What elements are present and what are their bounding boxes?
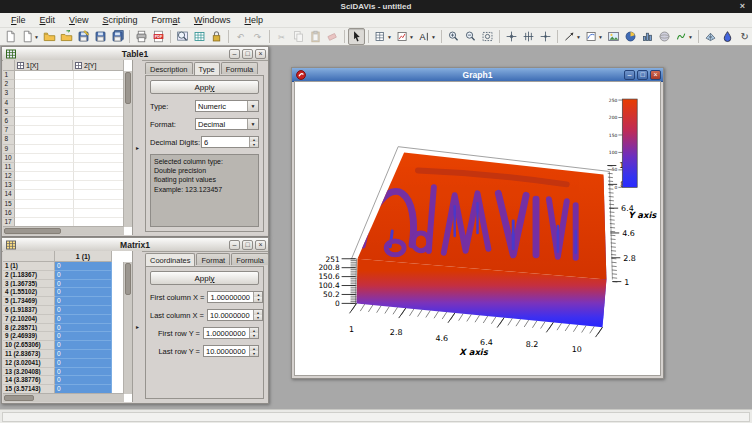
matrix-row-header[interactable]: 7 (2.10204) xyxy=(3,315,55,324)
table-cell[interactable] xyxy=(15,89,74,98)
matrix1-titlebar[interactable]: Matrix1 – □ × xyxy=(2,238,268,252)
row-number[interactable]: 5 xyxy=(3,108,15,117)
row-number[interactable]: 16 xyxy=(3,209,15,218)
export-pdf-button[interactable]: PDF xyxy=(150,28,167,45)
table1-close-button[interactable]: × xyxy=(255,49,266,59)
table-cell[interactable] xyxy=(15,126,74,135)
table-corner-header[interactable] xyxy=(3,60,15,71)
row-number[interactable]: 8 xyxy=(3,135,15,144)
matrix-cell[interactable]: 0 xyxy=(55,262,112,271)
table-cell[interactable] xyxy=(74,190,124,199)
apply-button[interactable]: Apply xyxy=(150,80,259,94)
table1-maximize-button[interactable]: □ xyxy=(242,49,253,59)
table-cell[interactable] xyxy=(15,154,74,163)
spin-down-icon[interactable]: ▾ xyxy=(250,333,258,338)
table-panel-collapse-handle[interactable]: ▸ xyxy=(133,60,142,235)
cut-button[interactable]: ✂ xyxy=(273,28,290,45)
row-number[interactable]: 2 xyxy=(3,80,15,89)
table-cell[interactable] xyxy=(15,145,74,154)
matrix-row-header[interactable]: 14 (3.38776) xyxy=(3,376,55,385)
select-range-button[interactable] xyxy=(520,28,537,45)
matrix-row-header[interactable]: 11 (2.83673) xyxy=(3,350,55,359)
zoom-in-button[interactable] xyxy=(445,28,462,45)
move-points-button[interactable] xyxy=(537,28,554,45)
graph1-minimize-button[interactable]: – xyxy=(624,70,635,80)
table-vertical-scrollbar[interactable] xyxy=(123,71,132,227)
row-number[interactable]: 7 xyxy=(3,126,15,135)
graph1-close-button[interactable]: × xyxy=(650,70,661,80)
paste-button[interactable] xyxy=(307,28,324,45)
column-header[interactable]: 1[X] xyxy=(15,60,73,71)
table-cell[interactable] xyxy=(74,108,124,117)
scrollbar-thumb[interactable] xyxy=(4,228,61,234)
coordinate-field-input[interactable]: 1.00000000▴▾ xyxy=(207,291,263,303)
matrix-row-header[interactable]: 3 (1.36735) xyxy=(3,280,55,289)
scrollbar-thumb[interactable] xyxy=(4,395,34,401)
matrix-cell[interactable]: 0 xyxy=(55,271,112,280)
table-cell[interactable] xyxy=(15,117,74,126)
scrollbar-thumb[interactable] xyxy=(125,263,131,295)
colormap-3d-button[interactable] xyxy=(719,28,736,45)
window-close-icon[interactable]: × xyxy=(740,0,745,13)
print-button[interactable] xyxy=(133,28,150,45)
matrix-tab-formula[interactable]: Formula xyxy=(231,253,269,265)
table-cell[interactable] xyxy=(74,163,124,172)
menu-view[interactable]: View xyxy=(62,15,95,25)
row-number[interactable]: 4 xyxy=(3,99,15,108)
matrix-cell[interactable]: 0 xyxy=(55,359,112,368)
spin-down-icon[interactable]: ▾ xyxy=(250,351,258,356)
table-tab-type[interactable]: Type xyxy=(194,62,220,75)
matrix1-maximize-button[interactable]: □ xyxy=(242,240,253,250)
matrix-row-header[interactable]: 1 (1) xyxy=(3,262,55,271)
save-template-button[interactable] xyxy=(109,28,126,45)
graph1-maximize-button[interactable]: □ xyxy=(637,70,648,80)
table-cell[interactable] xyxy=(15,181,74,190)
matrix-vertical-scrollbar[interactable] xyxy=(123,262,132,394)
menu-format[interactable]: Format xyxy=(144,15,187,25)
window-titlebar[interactable]: SciDAVis - untitled × xyxy=(0,0,752,13)
table-cell[interactable] xyxy=(74,71,124,80)
menu-edit[interactable]: Edit xyxy=(33,15,63,25)
table-cell[interactable] xyxy=(74,99,124,108)
matrix-cell[interactable]: 0 xyxy=(55,376,112,385)
scrollbar-thumb[interactable] xyxy=(125,72,131,104)
graph-canvas[interactable]: 251200.8150.6100.450.20 12.84.66.48.210 … xyxy=(294,81,661,376)
results-log-button[interactable] xyxy=(191,28,208,45)
table-horizontal-scrollbar[interactable] xyxy=(3,226,124,235)
matrix-row-header[interactable]: 8 (2.28571) xyxy=(3,324,55,333)
table-cell[interactable] xyxy=(15,135,74,144)
table-cell[interactable] xyxy=(74,135,124,144)
table-cell[interactable] xyxy=(15,209,74,218)
rotate-3d-button[interactable]: ↻ xyxy=(736,28,752,45)
redo-button[interactable]: ↷ xyxy=(249,28,266,45)
row-number[interactable]: 14 xyxy=(3,190,15,199)
row-number[interactable]: 1 xyxy=(3,71,15,80)
row-number[interactable]: 12 xyxy=(3,172,15,181)
matrix-row-header[interactable]: 6 (1.91837) xyxy=(3,306,55,315)
matrix-tab-coordinates[interactable]: Coordinates xyxy=(145,253,195,266)
undo-button[interactable]: ↶ xyxy=(232,28,249,45)
table-cell[interactable] xyxy=(74,89,124,98)
spin-down-icon[interactable]: ▾ xyxy=(254,297,262,302)
pointer-button[interactable] xyxy=(348,28,365,45)
matrix-row-header[interactable]: 10 (2.65306) xyxy=(3,341,55,350)
matrix-cell[interactable]: 0 xyxy=(55,368,112,377)
menu-windows[interactable]: Windows xyxy=(187,15,238,25)
coordinate-field-input[interactable]: 10.0000000▴▾ xyxy=(203,345,259,357)
copy-button[interactable] xyxy=(290,28,307,45)
coordinate-field-input[interactable]: 10.0000000▴▾ xyxy=(207,309,263,321)
table-cell[interactable] xyxy=(74,200,124,209)
row-number[interactable]: 13 xyxy=(3,181,15,190)
graph1-titlebar[interactable]: Graph1 – □ × xyxy=(292,68,663,82)
matrix-corner-header[interactable] xyxy=(3,251,55,262)
matrix-row-header[interactable]: 5 (1.73469) xyxy=(3,297,55,306)
matrix-row-header[interactable]: 9 (2.46939) xyxy=(3,332,55,341)
plot-tool-button[interactable]: ▼ xyxy=(394,28,416,45)
format-select[interactable]: Decimal ▼ xyxy=(195,118,259,130)
table-tab-formula[interactable]: Formula xyxy=(221,62,259,74)
row-number[interactable]: 9 xyxy=(3,145,15,154)
matrix-column-header[interactable]: 1 (1) xyxy=(55,251,112,262)
sphere-3d-button[interactable] xyxy=(656,28,673,45)
table-tool-button[interactable]: ▼ xyxy=(372,28,394,45)
zoom-out-button[interactable] xyxy=(462,28,479,45)
